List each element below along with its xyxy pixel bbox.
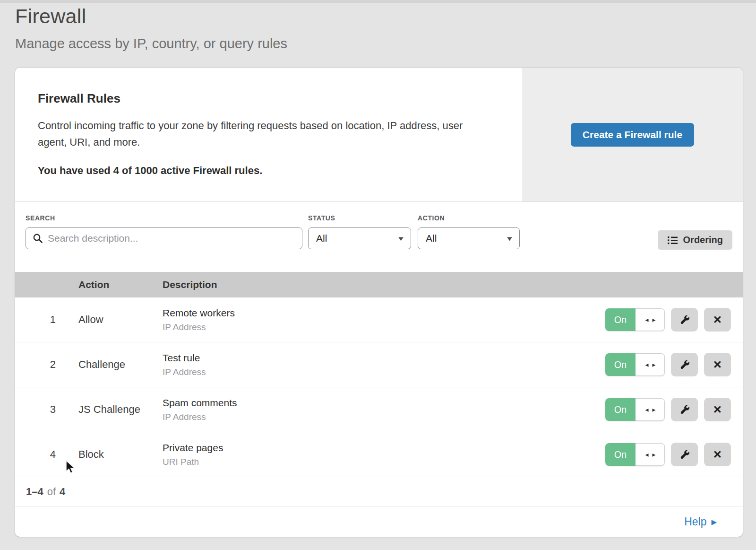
- wrench-icon: [679, 359, 690, 370]
- rule-match-type: IP Address: [163, 412, 605, 422]
- intro-text-panel: Firewall Rules Control incoming traffic …: [15, 68, 522, 201]
- rule-description: Private pages: [163, 442, 605, 454]
- table-row: 4 Block Private pages URI Path On ◂ ▸ ✕: [15, 432, 743, 477]
- rule-match-type: URI Path: [163, 457, 605, 467]
- help-link-label: Help: [684, 515, 706, 528]
- table-row: 3 JS Challenge Spam comments IP Address …: [15, 387, 743, 432]
- rule-toggle[interactable]: On ◂ ▸: [605, 308, 665, 331]
- help-link[interactable]: Help ▶: [684, 515, 717, 528]
- close-icon: ✕: [713, 403, 722, 416]
- rule-controls: On ◂ ▸ ✕: [605, 308, 743, 332]
- wrench-icon: [679, 314, 690, 325]
- column-header-action: Action: [56, 279, 163, 290]
- rule-priority: 4: [15, 448, 56, 461]
- card-description: Control incoming traffic to your zone by…: [38, 117, 484, 150]
- edit-rule-button[interactable]: [671, 308, 698, 332]
- create-firewall-rule-button[interactable]: Create a Firewall rule: [571, 123, 694, 147]
- toggle-arrows-icon: ◂ ▸: [636, 443, 665, 466]
- search-input[interactable]: [26, 227, 302, 249]
- firewall-rules-intro: Firewall Rules Control incoming traffic …: [15, 68, 743, 202]
- search-filter-group: SEARCH: [26, 214, 302, 249]
- create-rule-panel: Create a Firewall rule: [522, 68, 743, 201]
- rule-description-cell: Remote workers IP Address: [163, 307, 605, 332]
- wrench-icon: [679, 449, 690, 460]
- toggle-state-label: On: [605, 443, 636, 466]
- close-icon: ✕: [713, 314, 722, 326]
- table-row: 2 Challenge Test rule IP Address On ◂ ▸ …: [15, 342, 743, 387]
- status-selected-value: All: [316, 233, 327, 244]
- page-subtitle: Manage access by IP, country, or query r…: [15, 36, 756, 52]
- rule-description-cell: Spam comments IP Address: [163, 397, 605, 422]
- pagination-range: 1–4: [26, 486, 43, 498]
- pagination-of: of: [47, 486, 56, 498]
- table-row: 1 Allow Remote workers IP Address On ◂ ▸…: [15, 297, 743, 342]
- pagination-total: 4: [60, 486, 65, 498]
- action-filter-group: ACTION All ▼: [418, 214, 520, 249]
- page-header: Firewall Manage access by IP, country, o…: [0, 0, 756, 52]
- close-icon: ✕: [713, 448, 722, 461]
- rule-match-type: IP Address: [163, 322, 605, 332]
- chevron-down-icon: ▼: [397, 235, 405, 242]
- rule-controls: On ◂ ▸ ✕: [605, 398, 743, 421]
- delete-rule-button[interactable]: ✕: [704, 353, 731, 376]
- status-filter-select[interactable]: All ▼: [308, 227, 411, 249]
- toggle-state-label: On: [605, 308, 636, 331]
- action-selected-value: All: [426, 233, 437, 244]
- card-heading: Firewall Rules: [38, 91, 494, 106]
- status-label: STATUS: [308, 214, 411, 222]
- rule-action: Challenge: [56, 358, 163, 371]
- delete-rule-button[interactable]: ✕: [704, 308, 731, 332]
- rule-action: JS Challenge: [56, 403, 163, 416]
- toggle-arrows-icon: ◂ ▸: [636, 398, 665, 421]
- rule-toggle[interactable]: On ◂ ▸: [605, 353, 665, 376]
- rule-description-cell: Test rule IP Address: [163, 352, 605, 377]
- chevron-down-icon: ▼: [506, 235, 514, 242]
- rule-match-type: IP Address: [163, 367, 605, 377]
- pagination: 1–4 of 4: [15, 477, 743, 506]
- edit-rule-button[interactable]: [671, 398, 698, 421]
- rule-action: Block: [56, 448, 163, 461]
- search-input-wrap: [26, 227, 302, 249]
- rule-toggle[interactable]: On ◂ ▸: [605, 443, 665, 466]
- rule-action: Allow: [56, 314, 163, 326]
- mouse-cursor: [65, 460, 78, 474]
- status-filter-group: STATUS All ▼: [308, 214, 411, 249]
- firewall-rules-table: Action Description 1 Allow Remote worker…: [15, 272, 743, 537]
- rule-priority: 3: [15, 403, 56, 416]
- rule-description: Spam comments: [163, 397, 605, 409]
- edit-rule-button[interactable]: [671, 353, 698, 376]
- wrench-icon: [679, 404, 690, 415]
- ordering-button[interactable]: Ordering: [658, 230, 732, 250]
- rule-description-cell: Private pages URI Path: [163, 442, 605, 467]
- search-label: SEARCH: [26, 214, 302, 222]
- delete-rule-button[interactable]: ✕: [704, 398, 731, 421]
- rule-controls: On ◂ ▸ ✕: [605, 443, 743, 466]
- filters-bar: SEARCH STATUS All ▼ ACTION All ▼: [15, 202, 743, 272]
- edit-rule-button[interactable]: [671, 443, 698, 466]
- toggle-state-label: On: [605, 353, 636, 376]
- delete-rule-button[interactable]: ✕: [704, 443, 731, 466]
- action-filter-select[interactable]: All ▼: [418, 227, 520, 249]
- table-header-row: Action Description: [15, 272, 743, 297]
- help-arrow-icon: ▶: [711, 518, 717, 526]
- rule-toggle[interactable]: On ◂ ▸: [605, 398, 665, 421]
- rule-controls: On ◂ ▸ ✕: [605, 353, 743, 376]
- toggle-state-label: On: [605, 398, 636, 421]
- window-top-edge: [0, 0, 756, 3]
- toggle-arrows-icon: ◂ ▸: [636, 308, 665, 331]
- rule-description: Remote workers: [163, 307, 605, 319]
- toggle-arrows-icon: ◂ ▸: [636, 353, 665, 376]
- rule-priority: 2: [15, 358, 56, 371]
- ordering-button-label: Ordering: [683, 235, 723, 245]
- search-icon: [32, 233, 43, 244]
- column-header-description: Description: [163, 279, 743, 290]
- usage-note: You have used 4 of 1000 active Firewall …: [38, 165, 494, 177]
- card-footer: Help ▶: [15, 506, 743, 537]
- close-icon: ✕: [713, 358, 722, 371]
- ordered-list-icon: [667, 236, 678, 245]
- action-label: ACTION: [418, 214, 520, 222]
- rule-priority: 1: [15, 314, 56, 326]
- firewall-card: Firewall Rules Control incoming traffic …: [15, 68, 743, 537]
- rule-description: Test rule: [163, 352, 605, 364]
- page-title: Firewall: [15, 5, 756, 28]
